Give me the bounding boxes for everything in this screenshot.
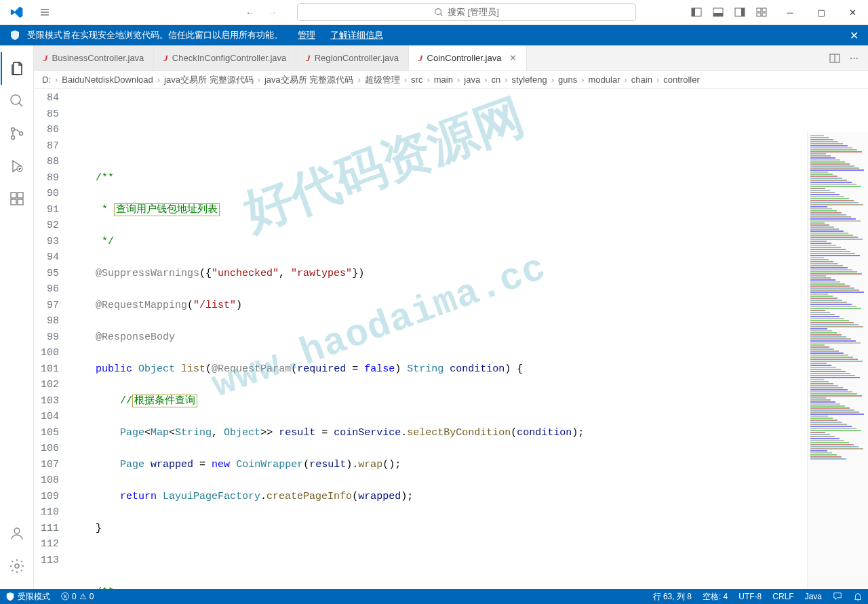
- status-problems[interactable]: ⓧ0 ⚠0: [56, 591, 99, 603]
- line-numbers: 8485868788899091929394959697989910010110…: [34, 89, 71, 589]
- status-cursor-position[interactable]: 行 63, 列 8: [648, 591, 697, 603]
- status-eol[interactable]: CRLF: [767, 591, 799, 603]
- java-file-icon: J: [306, 53, 311, 64]
- window-minimize-icon[interactable]: ─: [774, 0, 806, 25]
- more-actions-icon[interactable]: ⋯: [850, 53, 859, 63]
- svg-rect-17: [11, 199, 16, 205]
- statusbar: 受限模式 ⓧ0 ⚠0 行 63, 列 8 空格: 4 UTF-8 CRLF Ja…: [0, 589, 868, 604]
- warning-icon: ⚠: [79, 592, 87, 601]
- nav-back-icon[interactable]: ←: [245, 7, 254, 18]
- activity-bar: [0, 45, 34, 589]
- nav-forward-icon[interactable]: →: [268, 7, 277, 18]
- svg-point-14: [19, 132, 22, 136]
- search-icon[interactable]: [1, 85, 33, 117]
- svg-rect-19: [18, 193, 23, 198]
- status-restricted-mode[interactable]: 受限模式: [0, 591, 56, 603]
- source-control-icon[interactable]: [1, 117, 33, 150]
- titlebar: ← → 搜索 [管理员] ─ ▢ ✕: [0, 0, 868, 25]
- close-icon[interactable]: ✕: [850, 29, 859, 42]
- extensions-icon[interactable]: [1, 182, 33, 215]
- search-placeholder: 搜索 [管理员]: [448, 6, 499, 18]
- svg-point-11: [11, 95, 20, 104]
- tab-checkin-config-controller[interactable]: JCheckInConfigController.java: [154, 45, 296, 71]
- svg-rect-18: [18, 199, 23, 205]
- window-close-icon[interactable]: ✕: [837, 0, 868, 25]
- layout-right-icon[interactable]: [734, 7, 746, 18]
- restricted-mode-banner: 受限模式旨在实现安全地浏览代码。信任此窗口以启用所有功能。 管理 了解详细信息 …: [0, 25, 868, 45]
- account-icon[interactable]: [1, 517, 33, 550]
- svg-rect-6: [741, 8, 745, 16]
- java-file-icon: J: [418, 53, 423, 64]
- status-encoding[interactable]: UTF-8: [733, 591, 767, 603]
- status-language[interactable]: Java: [800, 591, 827, 603]
- tab-business-controller[interactable]: JBusinessController.java: [34, 45, 154, 71]
- gear-icon[interactable]: [1, 550, 33, 582]
- code-editor[interactable]: 好代码资源网 www.haodaima.cc 84858687888990919…: [34, 89, 868, 589]
- tab-region-controller[interactable]: JRegionController.java: [296, 45, 409, 71]
- svg-point-20: [14, 528, 20, 533]
- svg-point-13: [11, 136, 14, 140]
- split-editor-icon[interactable]: [829, 53, 840, 64]
- svg-rect-7: [757, 8, 761, 12]
- svg-rect-8: [762, 8, 766, 12]
- svg-rect-16: [11, 193, 16, 198]
- close-icon[interactable]: ✕: [509, 53, 517, 63]
- svg-rect-4: [713, 13, 723, 16]
- banner-manage-link[interactable]: 管理: [298, 29, 315, 41]
- tabs: JBusinessController.java JCheckInConfigC…: [34, 45, 868, 71]
- svg-point-12: [11, 128, 14, 132]
- shield-icon: [9, 30, 20, 41]
- menu-icon[interactable]: [34, 4, 56, 20]
- error-icon: ⓧ: [61, 591, 69, 603]
- feedback-icon[interactable]: [827, 591, 848, 603]
- status-indentation[interactable]: 空格: 4: [697, 591, 733, 603]
- minimap[interactable]: [807, 132, 868, 589]
- svg-point-21: [15, 564, 19, 568]
- banner-message: 受限模式旨在实现安全地浏览代码。信任此窗口以启用所有功能。: [27, 29, 283, 41]
- svg-point-0: [435, 9, 441, 15]
- svg-rect-2: [692, 8, 695, 16]
- code-content[interactable]: /** * 查询用户钱包地址列表 */ @SuppressWarnings({"…: [71, 89, 868, 589]
- vscode-logo-icon: [0, 5, 34, 19]
- explorer-icon[interactable]: [1, 52, 33, 85]
- notifications-icon[interactable]: [848, 591, 868, 603]
- breadcrumb[interactable]: D:›BaiduNetdiskDownload›java交易所 完整源代码›ja…: [34, 71, 868, 89]
- layout-bottom-icon[interactable]: [712, 7, 724, 18]
- search-input[interactable]: 搜索 [管理员]: [297, 3, 636, 21]
- window-maximize-icon[interactable]: ▢: [806, 0, 837, 25]
- svg-rect-9: [757, 13, 761, 16]
- java-file-icon: J: [163, 53, 168, 64]
- java-file-icon: J: [43, 53, 48, 64]
- run-debug-icon[interactable]: [1, 150, 33, 182]
- banner-learn-more-link[interactable]: 了解详细信息: [330, 29, 383, 41]
- layout-customize-icon[interactable]: [755, 7, 768, 18]
- layout-left-icon[interactable]: [690, 7, 703, 18]
- svg-rect-10: [762, 13, 766, 16]
- editor-area: JBusinessController.java JCheckInConfigC…: [34, 45, 868, 589]
- tab-coin-controller[interactable]: JCoinController.java✕: [409, 45, 527, 71]
